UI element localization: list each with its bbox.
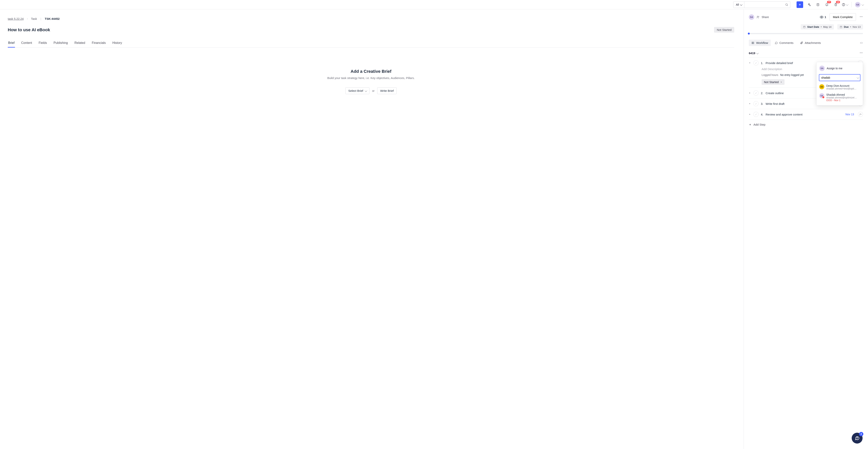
search-icon xyxy=(785,3,788,6)
view-count-value: 1 xyxy=(825,15,826,19)
due-date-pill[interactable]: Due • Nov 13 xyxy=(837,24,863,30)
eye-icon xyxy=(820,15,824,19)
subtab-comments[interactable]: Comments xyxy=(772,40,796,46)
topbar-divider xyxy=(851,2,851,7)
step-complete-toggle[interactable]: ✓ xyxy=(753,112,758,117)
step-complete-toggle[interactable]: ✓ xyxy=(753,101,758,106)
svg-point-27 xyxy=(752,42,752,42)
start-date-pill[interactable]: Start Date • May 14 xyxy=(801,24,834,30)
svg-point-14 xyxy=(861,17,862,17)
assignee-name: Deep Dive Account xyxy=(826,84,857,87)
help-menu-button[interactable] xyxy=(842,2,848,8)
assign-search-input[interactable] xyxy=(819,74,861,81)
more-actions-button[interactable] xyxy=(860,15,863,19)
plus-icon xyxy=(749,123,751,126)
step-due-date[interactable]: Nov 13 xyxy=(845,113,854,116)
chevron-down-icon xyxy=(740,3,742,6)
step-complete-toggle[interactable]: ✓ xyxy=(753,60,758,65)
subtab-workflow[interactable]: Workflow xyxy=(749,40,771,46)
search-button[interactable] xyxy=(783,2,790,8)
svg-point-13 xyxy=(860,17,861,17)
workflow-number-dropdown[interactable]: 6419 xyxy=(749,52,758,55)
breadcrumb-type[interactable]: Task xyxy=(31,17,37,21)
plus-icon xyxy=(798,3,801,6)
ai-sparkle-button[interactable] xyxy=(806,2,812,8)
add-step-button[interactable]: Add Step xyxy=(749,123,863,126)
tab-related[interactable]: Related xyxy=(74,39,86,47)
progress-knob[interactable] xyxy=(748,33,750,35)
notifications-button[interactable]: 77 xyxy=(824,2,830,8)
user-avatar: SA xyxy=(855,2,861,7)
breadcrumb-root[interactable]: task 5.22.24 xyxy=(8,17,24,21)
tab-brief[interactable]: Brief xyxy=(8,39,15,47)
tab-content[interactable]: Content xyxy=(21,39,32,47)
chevron-down-icon[interactable] xyxy=(857,76,859,79)
search-input[interactable] xyxy=(744,2,783,8)
attachment-icon xyxy=(800,41,803,44)
assignee-option[interactable]: SA Shadab Ahmed shadab.ahmed@optimizel… … xyxy=(819,92,861,103)
svg-marker-38 xyxy=(781,82,782,82)
calendar-icon xyxy=(840,26,842,28)
select-brief-label: Select Brief xyxy=(348,89,363,92)
task-status-chip[interactable]: Not Started xyxy=(714,27,734,33)
workflow-step: ✓ 4. Review and approve content Nov 13 xyxy=(749,109,863,120)
logged-hours-value[interactable]: No entry logged yet xyxy=(780,73,804,76)
mark-complete-button[interactable]: Mark Complete xyxy=(830,13,856,21)
task-title: How to use AI eBook xyxy=(8,27,50,32)
svg-point-15 xyxy=(862,17,863,17)
dots-icon xyxy=(860,15,863,19)
svg-rect-4 xyxy=(817,3,819,6)
step-expand-toggle[interactable] xyxy=(749,113,751,116)
step-expand-toggle[interactable] xyxy=(749,102,751,105)
or-text: or xyxy=(372,89,374,92)
step-title[interactable]: Write first draft xyxy=(766,102,784,105)
assignee-option[interactable]: DD Deep Dive Account shadab.ahmed+test@o… xyxy=(819,83,861,92)
assign-to-me-button[interactable]: SA Assign to me xyxy=(819,64,861,72)
notes-button[interactable] xyxy=(815,2,821,8)
collaborators-icon[interactable] xyxy=(756,15,760,19)
chevron-down-icon xyxy=(846,3,848,6)
step-title[interactable]: Review and approve content xyxy=(766,113,803,116)
subtab-workflow-label: Workflow xyxy=(756,41,768,44)
dots-icon xyxy=(860,51,863,55)
step-status-label: Not Started xyxy=(764,81,779,84)
tab-publishing[interactable]: Publishing xyxy=(53,39,68,47)
tabs: Brief Content Fields Publishing Related … xyxy=(8,39,734,47)
share-button[interactable]: Share xyxy=(762,15,769,19)
help-fab[interactable]: 2 xyxy=(852,433,863,444)
user-menu[interactable]: SA xyxy=(855,2,863,7)
write-brief-button[interactable]: Write Brief xyxy=(377,87,397,94)
step-complete-toggle[interactable]: ✓ xyxy=(753,91,758,96)
progress-bar[interactable] xyxy=(749,33,863,34)
step-expand-toggle[interactable] xyxy=(749,91,751,95)
tab-history[interactable]: History xyxy=(112,39,123,47)
svg-marker-47 xyxy=(750,114,750,115)
step-title[interactable]: Create outline xyxy=(766,91,784,95)
subtab-comments-label: Comments xyxy=(779,41,794,44)
view-count[interactable]: 1 xyxy=(820,15,826,19)
search-scope-dropdown[interactable]: All xyxy=(734,2,744,8)
step-status-dropdown[interactable]: Not Started xyxy=(762,79,784,85)
tab-fields[interactable]: Fields xyxy=(38,39,48,47)
help-icon xyxy=(842,3,845,6)
step-title[interactable]: Provide detailed brief xyxy=(766,61,793,65)
svg-point-11 xyxy=(758,16,759,17)
owner-avatar[interactable]: SA xyxy=(749,14,754,20)
tasks-button[interactable]: 14 xyxy=(833,2,839,8)
add-step-label: Add Step xyxy=(753,123,766,126)
select-brief-button[interactable]: Select Brief xyxy=(345,87,369,94)
step-collapse-toggle[interactable] xyxy=(749,61,751,64)
chevron-right-icon xyxy=(26,17,28,21)
step-assign-button[interactable] xyxy=(858,112,863,117)
expand-panel-button[interactable] xyxy=(860,41,863,44)
assignee-avatar: DD xyxy=(819,84,824,89)
create-button[interactable] xyxy=(797,1,803,8)
svg-point-10 xyxy=(757,16,758,17)
tab-financials[interactable]: Financials xyxy=(91,39,106,47)
workflow-icon xyxy=(751,41,755,44)
workflow-more-button[interactable] xyxy=(860,51,863,55)
subtab-attachments[interactable]: Attachments xyxy=(797,40,824,46)
calendar-icon xyxy=(803,26,806,28)
svg-rect-20 xyxy=(840,26,842,28)
task-id: TSK-44452 xyxy=(45,17,60,21)
